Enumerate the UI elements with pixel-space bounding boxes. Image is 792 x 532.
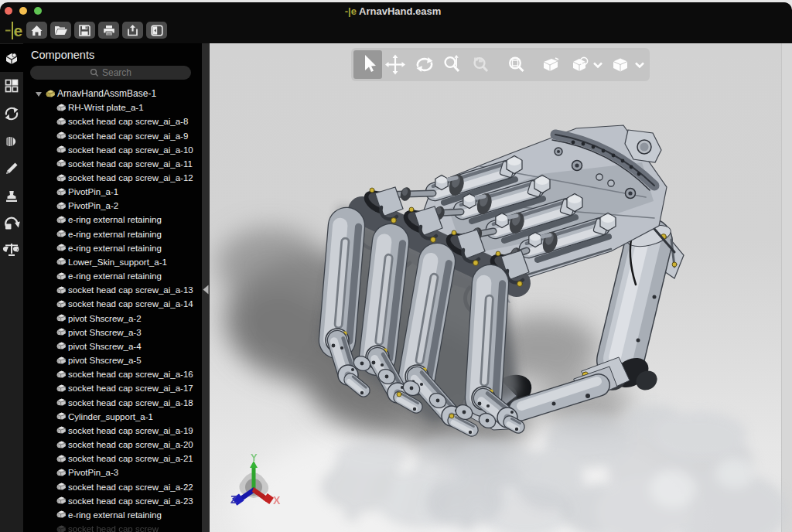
svg-text:Y: Y: [251, 452, 258, 463]
svg-text:X: X: [273, 494, 281, 506]
svg-text:Z: Z: [230, 493, 237, 506]
